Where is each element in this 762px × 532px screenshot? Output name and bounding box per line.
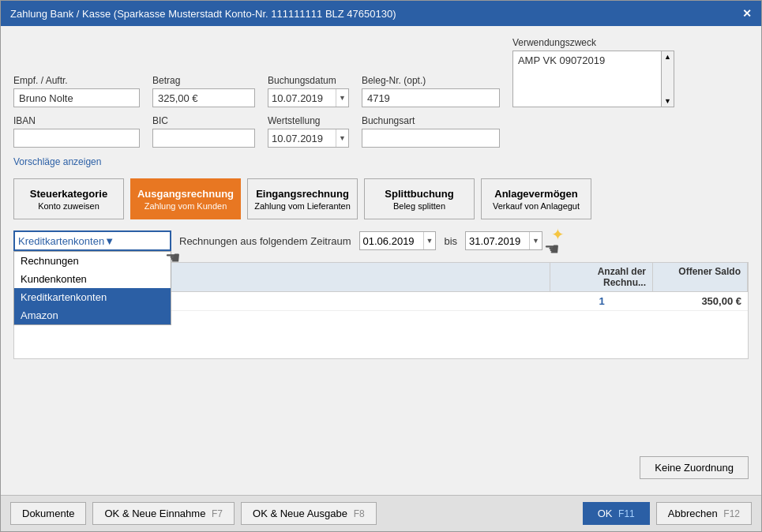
wertstellung-group: Wertstellung ▼ [268,115,349,148]
main-dialog: Zahlung Bank / Kasse (Sparkasse Musterst… [0,0,762,532]
footer-spacer [383,502,576,525]
dropdown-selected-value: Kreditkartenkonten [18,235,104,247]
dialog-title: Zahlung Bank / Kasse (Sparkasse Musterst… [10,8,396,20]
td-count-0: 1 [550,292,653,310]
buchungsdatum-arrow[interactable]: ▼ [336,89,348,107]
close-button[interactable]: ✕ [742,7,752,20]
form-row-1: Empf. / Auftr. Betrag Buchungsdatum ▼ Be… [13,37,749,107]
iban-input[interactable] [13,129,140,148]
wertstellung-label: Wertstellung [268,115,349,126]
filter-from-arrow[interactable]: ▼ [423,232,436,249]
ok-button[interactable]: OK F11 [583,502,650,525]
col-saldo: Offener Saldo [653,263,748,291]
verwendungszweck-scrollbar: ▲ ▼ [661,51,674,107]
col-count: Anzahl der Rechnu... [550,263,653,291]
filter-to-wrapper: ▼ ✦ ☚ [465,231,542,250]
title-bar: Zahlung Bank / Kasse (Sparkasse Musterst… [1,1,761,26]
category-btn-0[interactable]: SteuerkategorieKonto zuweisen [13,178,124,219]
betrag-group: Betrag [152,75,255,107]
betrag-input[interactable] [152,88,255,107]
filter-to-input[interactable]: ▼ [465,231,542,250]
filter-bis-label: bis [444,235,457,247]
filter-label: Rechnungen aus folgendem Zeitraum [179,235,351,247]
buchungsdatum-input[interactable]: ▼ [268,88,349,107]
category-btn-4[interactable]: AnlagevermögenVerkauf von Anlagegut [481,178,591,219]
buchungsdatum-field[interactable] [268,92,336,104]
filter-section: Kreditkartenkonten ▼ RechnungenKundenkon… [13,227,749,251]
dokumente-button[interactable]: Dokumente [10,502,86,525]
dropdown-list: RechnungenKundenkontenKreditkartenkonten… [13,251,171,325]
empf-group: Empf. / Auftr. [13,75,140,107]
ok-neue-einnahme-button[interactable]: OK & Neue Einnahme F7 [92,502,235,525]
verwendungszweck-group: Verwendungszweck ▲ ▼ [512,37,674,107]
td-saldo-0: 350,00 € [653,292,748,310]
iban-group: IBAN [13,115,140,148]
bic-group: BIC [152,115,255,148]
buchungsart-group: Buchungsart [362,115,500,148]
buchungsdatum-label: Buchungsdatum [268,75,349,86]
wertstellung-input[interactable]: ▼ [268,129,349,148]
dropdown-container: Kreditkartenkonten ▼ RechnungenKundenkon… [13,230,171,251]
form-row-2: IBAN BIC Wertstellung ▼ Buchungsart [13,115,749,148]
filter-from-input[interactable]: ▼ [359,231,437,250]
dropdown-item-3[interactable]: Amazon [14,306,171,324]
betrag-label: Betrag [152,75,255,86]
vorschlaege-link[interactable]: Vorschläge anzeigen [13,156,101,167]
category-btn-3[interactable]: SplittbuchungBeleg splitten [364,178,475,219]
buchungsdatum-group: Buchungsdatum ▼ [268,75,349,107]
verwendungszweck-input[interactable] [513,51,661,107]
empf-label: Empf. / Auftr. [13,75,140,86]
filter-row: Kreditkartenkonten ▼ RechnungenKundenkon… [13,230,749,251]
wertstellung-arrow[interactable]: ▼ [336,129,348,147]
vorschlaege-row: Vorschläge anzeigen [13,155,749,167]
cursor-hand-2: ☚ [544,239,560,260]
empf-input[interactable] [13,88,140,107]
category-buttons: SteuerkategorieKonto zuweisenAusgangsrec… [13,178,749,219]
beleg-group: Beleg-Nr. (opt.) [362,75,500,107]
wertstellung-field[interactable] [268,133,336,144]
abbrechen-button[interactable]: Abbrechen F12 [656,502,752,525]
category-btn-2[interactable]: EingangsrechnungZahlung vom Lieferanten [247,178,358,219]
dropdown-button[interactable]: Kreditkartenkonten ▼ [13,230,171,251]
bic-input[interactable] [152,129,255,148]
dropdown-item-0[interactable]: Rechnungen [14,252,171,270]
keine-zuordnung-button[interactable]: Keine Zuordnung [640,456,749,479]
bic-label: BIC [152,115,255,126]
scroll-down-icon[interactable]: ▼ [664,97,671,105]
buchungsart-input[interactable] [362,129,500,148]
verwendungszweck-label: Verwendungszweck [512,37,674,48]
beleg-input[interactable] [362,88,500,107]
filter-from-field[interactable] [360,235,423,247]
scroll-up-icon[interactable]: ▲ [664,53,671,61]
sparkle-icon-2: ✦ [551,225,565,244]
filter-to-arrow[interactable]: ▼ [529,232,542,249]
dropdown-arrow-icon: ▼ [104,235,167,247]
beleg-label: Beleg-Nr. (opt.) [362,75,500,86]
iban-label: IBAN [13,115,140,126]
buchungsart-label: Buchungsart [362,115,500,126]
category-btn-1[interactable]: AusgangsrechnungZahlung vom Kunden [130,178,241,219]
dropdown-item-2[interactable]: Kreditkartenkonten [14,288,171,306]
filter-to-field[interactable] [466,235,529,247]
ok-neue-ausgabe-button[interactable]: OK & Neue Ausgabe F8 [241,502,377,525]
dialog-content: Empf. / Auftr. Betrag Buchungsdatum ▼ Be… [1,26,761,495]
verwendungszweck-wrapper: ▲ ▼ [512,51,674,107]
dropdown-item-1[interactable]: Kundenkonten [14,270,171,288]
dialog-footer: Dokumente OK & Neue Einnahme F7 OK & Neu… [1,495,761,531]
bottom-section: Keine Zuordnung [13,451,749,484]
